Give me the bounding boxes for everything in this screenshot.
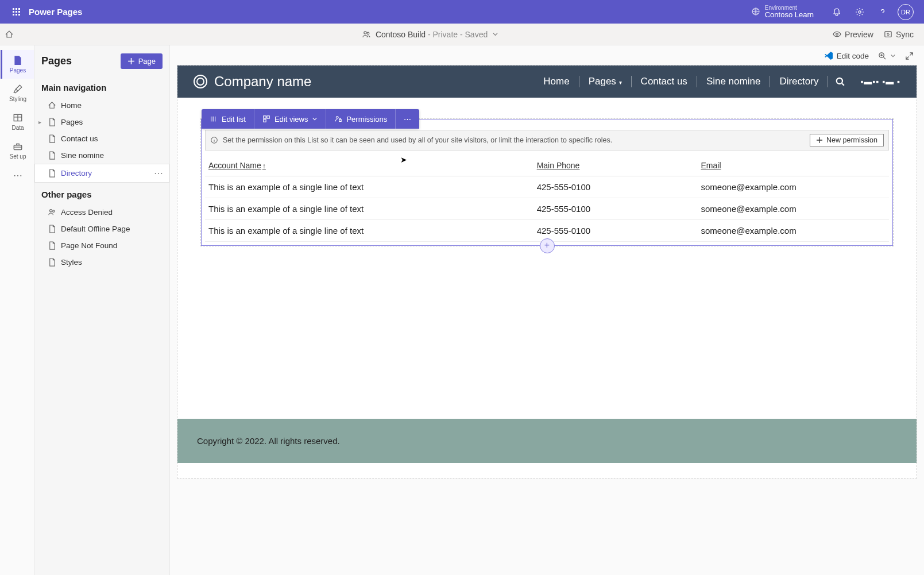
- page-icon: [48, 258, 56, 267]
- permission-banner-text: Set the permission on this List so it ca…: [223, 136, 805, 144]
- list-component: Edit list Edit views Permissions ⋯: [201, 119, 893, 246]
- edit-code-button[interactable]: Edit code: [824, 51, 869, 60]
- cell-account-name: This is an example of a single line of t…: [205, 176, 533, 198]
- rail-setup[interactable]: Set up: [1, 136, 34, 165]
- more-icon: ⋯: [404, 115, 411, 124]
- nav-item-label: Pages: [61, 118, 83, 126]
- column-header-account-name[interactable]: Account Name↑: [205, 155, 533, 176]
- table-row[interactable]: This is an example of a single line of t…: [205, 198, 889, 220]
- grid-icon: [262, 115, 270, 123]
- svg-point-1: [859, 10, 861, 13]
- rail-setup-label: Set up: [10, 153, 26, 160]
- permission-banner: Set the permission on this List so it ca…: [205, 130, 889, 150]
- list-toolbar: Edit list Edit views Permissions ⋯: [202, 109, 419, 129]
- rail-styling[interactable]: Styling: [1, 79, 34, 107]
- column-header-main-phone[interactable]: Main Phone: [533, 155, 698, 176]
- notifications-button[interactable]: [825, 1, 848, 24]
- nav-item-pages[interactable]: ▸Pages: [34, 114, 169, 130]
- new-permission-button[interactable]: New permission: [810, 134, 884, 146]
- nav-item-directory[interactable]: Directory: [34, 164, 169, 183]
- add-page-button[interactable]: Page: [121, 53, 163, 69]
- cell-account-name: This is an example of a single line of t…: [205, 198, 533, 220]
- other-item-default-offline-page[interactable]: Default Offline Page: [34, 221, 169, 237]
- help-button[interactable]: [871, 1, 894, 24]
- page-icon: [48, 225, 56, 233]
- cell-main-phone: 425-555-0100: [533, 176, 698, 198]
- main-nav-tree: Home▸PagesContact usSine nomineDirectory: [34, 96, 169, 184]
- nav-item-sine-nomine[interactable]: Sine nomine: [34, 147, 169, 164]
- site-nav-pages[interactable]: Pages ▾: [579, 76, 632, 87]
- svg-rect-12: [264, 116, 266, 118]
- svg-point-8: [50, 210, 52, 212]
- user-avatar[interactable]: DR: [894, 1, 917, 24]
- bell-icon: [832, 7, 841, 17]
- other-item-page-not-found[interactable]: Page Not Found: [34, 237, 169, 254]
- add-section-button[interactable]: +: [540, 238, 555, 253]
- preview-button[interactable]: Preview: [833, 30, 873, 39]
- cell-email: someone@example.com: [698, 176, 890, 198]
- site-nav-home[interactable]: Home: [534, 76, 579, 87]
- svg-rect-5: [885, 32, 891, 37]
- column-label: Main Phone: [537, 161, 580, 170]
- table-row[interactable]: This is an example of a single line of t…: [205, 176, 889, 198]
- vscode-icon: [824, 51, 833, 60]
- edit-list-button[interactable]: Edit list: [202, 109, 254, 129]
- nav-item-contact-us[interactable]: Contact us: [34, 130, 169, 147]
- site-title[interactable]: Company name: [214, 74, 311, 90]
- cell-main-phone: 425-555-0100: [533, 220, 698, 242]
- other-item-access-denied[interactable]: Access Denied: [34, 204, 169, 221]
- site-search-button[interactable]: [828, 76, 852, 87]
- columns-icon: [210, 115, 218, 123]
- nav-item-label: Directory: [61, 169, 92, 177]
- site-nav-sine-nomine[interactable]: Sine nomine: [697, 76, 771, 87]
- page-icon: [48, 118, 56, 126]
- column-header-email[interactable]: Email: [698, 155, 890, 176]
- rail-more[interactable]: ⋯: [1, 165, 34, 186]
- list-more-button[interactable]: ⋯: [396, 109, 419, 129]
- site-context[interactable]: Contoso Build - Private - Saved: [28, 30, 833, 39]
- rail-pages[interactable]: Pages: [1, 50, 34, 79]
- environment-picker[interactable]: Environment Contoso Learn: [751, 5, 814, 19]
- more-icon: ⋯: [13, 170, 22, 181]
- expand-button[interactable]: [905, 52, 914, 60]
- chevron-down-icon: [492, 31, 498, 37]
- edit-views-label: Edit views: [275, 115, 308, 124]
- svg-rect-14: [264, 119, 266, 122]
- people-icon: [48, 208, 56, 217]
- user-profile-placeholder[interactable]: ▪▬▪▪ ▪▬ ▪: [852, 77, 900, 86]
- svg-point-9: [53, 210, 55, 212]
- nav-item-label: Sine nomine: [61, 151, 104, 160]
- list-component-zone[interactable]: Edit list Edit views Permissions ⋯: [200, 118, 894, 246]
- cell-email: someone@example.com: [698, 198, 890, 220]
- cell-account-name: This is an example of a single line of t…: [205, 220, 533, 242]
- svg-point-11: [837, 78, 842, 84]
- pages-panel-title: Pages: [41, 55, 72, 67]
- sync-button[interactable]: Sync: [884, 30, 914, 39]
- site-nav-directory[interactable]: Directory: [770, 76, 828, 87]
- settings-button[interactable]: [848, 1, 871, 24]
- permissions-button[interactable]: Permissions: [326, 109, 396, 129]
- nav-item-home[interactable]: Home: [34, 97, 169, 114]
- edit-views-button[interactable]: Edit views: [254, 109, 327, 129]
- other-item-styles[interactable]: Styles: [34, 254, 169, 271]
- cell-email: someone@example.com: [698, 220, 890, 242]
- rail-data[interactable]: Data: [1, 107, 34, 136]
- table-icon: [13, 113, 23, 123]
- workspace-rail: Pages Styling Data Set up ⋯: [0, 45, 34, 575]
- main-navigation-header: Main navigation: [34, 77, 169, 96]
- site-nav-contact-us[interactable]: Contact us: [632, 76, 697, 87]
- svg-point-2: [364, 31, 366, 33]
- page-icon: [48, 241, 56, 250]
- permissions-label: Permissions: [346, 115, 387, 124]
- product-name[interactable]: Power Pages: [29, 7, 82, 17]
- app-launcher[interactable]: [7, 8, 25, 16]
- zoom-button[interactable]: [878, 52, 896, 60]
- page-icon: [48, 151, 56, 160]
- home-button[interactable]: [5, 30, 28, 39]
- site-name: Contoso Build: [376, 30, 426, 39]
- preview-label: Preview: [845, 30, 873, 39]
- chevron-down-icon: [890, 53, 896, 59]
- home-icon: [5, 30, 14, 39]
- footer-text[interactable]: Copyright © 2022. All rights reserved.: [197, 436, 897, 446]
- nav-item-label: Home: [61, 101, 82, 110]
